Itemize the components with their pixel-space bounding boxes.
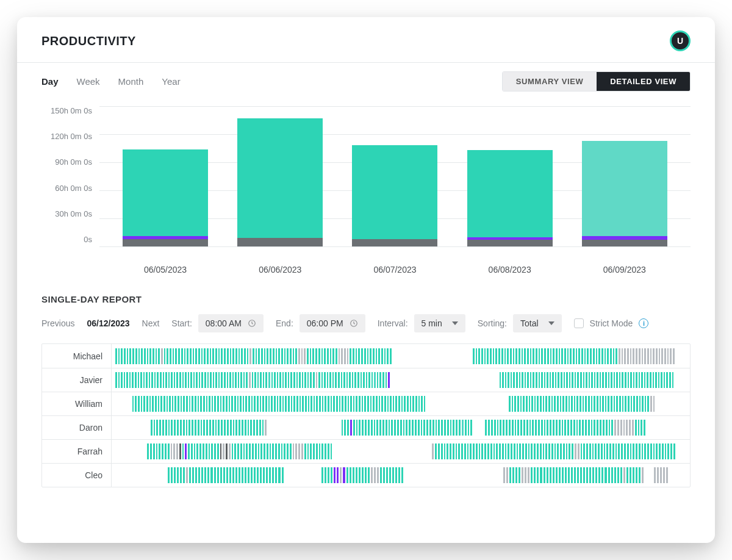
timeline-cell[interactable] — [509, 467, 511, 483]
timeline-cell[interactable] — [577, 372, 579, 388]
timeline-cell[interactable] — [345, 396, 346, 412]
timeline-cell[interactable] — [613, 348, 615, 364]
timeline-cell[interactable] — [276, 348, 278, 364]
timeline-cell[interactable] — [248, 467, 249, 483]
chart-bar[interactable] — [352, 145, 437, 246]
timeline-cell[interactable] — [157, 372, 159, 388]
timeline-cell[interactable] — [371, 372, 373, 388]
timeline-cell[interactable] — [227, 420, 229, 436]
timeline-cell[interactable] — [304, 443, 306, 459]
timeline-cell[interactable] — [135, 372, 137, 388]
timeline-cell[interactable] — [516, 372, 518, 388]
timeline-cell[interactable] — [594, 420, 595, 436]
timeline-cell[interactable] — [438, 420, 440, 436]
timeline-cell[interactable] — [493, 348, 495, 364]
timeline-cell[interactable] — [574, 396, 576, 412]
timeline-cell[interactable] — [500, 372, 501, 388]
timeline-cell[interactable] — [540, 396, 542, 412]
timeline-cell[interactable] — [129, 372, 131, 388]
timeline-cell[interactable] — [467, 443, 469, 459]
timeline-cell[interactable] — [401, 396, 403, 412]
timeline-cell[interactable] — [316, 443, 318, 459]
timeline-cell[interactable] — [195, 420, 196, 436]
timeline-cell[interactable] — [181, 396, 182, 412]
timeline-cell[interactable] — [325, 443, 326, 459]
timeline-cell[interactable] — [188, 420, 190, 436]
timeline-cell[interactable] — [522, 467, 523, 483]
timeline-cell[interactable] — [435, 443, 437, 459]
timeline-cell[interactable] — [528, 443, 530, 459]
timeline-cell[interactable] — [584, 348, 586, 364]
timeline-cell[interactable] — [165, 420, 167, 436]
timeline-cell[interactable] — [121, 372, 123, 388]
timeline-cell[interactable] — [395, 467, 397, 483]
timeline-cell[interactable] — [282, 372, 284, 388]
timeline-cell[interactable] — [533, 372, 534, 388]
timeline-cell[interactable] — [192, 467, 194, 483]
timeline-cell[interactable] — [557, 443, 559, 459]
timeline-cell[interactable] — [242, 420, 243, 436]
timeline-cell[interactable] — [598, 467, 600, 483]
timeline-cell[interactable] — [260, 396, 262, 412]
timeline-cell[interactable] — [560, 396, 562, 412]
timeline-cell[interactable] — [213, 372, 215, 388]
timeline-cell[interactable] — [642, 396, 644, 412]
timeline-cell[interactable] — [321, 467, 323, 483]
timeline-cell[interactable] — [251, 396, 253, 412]
timeline-cell[interactable] — [207, 348, 209, 364]
timeline-cell[interactable] — [607, 348, 609, 364]
timeline-cell[interactable] — [302, 372, 304, 388]
timeline-cell[interactable] — [609, 443, 611, 459]
timeline-cell[interactable] — [221, 372, 223, 388]
timeline-cell[interactable] — [465, 420, 467, 436]
timeline-cell[interactable] — [227, 348, 229, 364]
timeline-cell[interactable] — [174, 467, 176, 483]
timeline-cell[interactable] — [221, 420, 223, 436]
timeline-cell[interactable] — [270, 348, 271, 364]
timeline-cell[interactable] — [149, 372, 151, 388]
timeline-cell[interactable] — [243, 372, 245, 388]
timeline-cell[interactable] — [525, 443, 527, 459]
timeline-cell[interactable] — [146, 372, 148, 388]
timeline-cell[interactable] — [598, 348, 600, 364]
timeline-cell[interactable] — [348, 396, 350, 412]
timeline-cell[interactable] — [290, 348, 292, 364]
timeline-cell[interactable] — [193, 372, 195, 388]
timeline-cell[interactable] — [509, 396, 511, 412]
timeline-cell[interactable] — [650, 372, 651, 388]
timeline-cell[interactable] — [476, 348, 478, 364]
timeline-cell[interactable] — [247, 348, 249, 364]
timeline-cell[interactable] — [515, 348, 517, 364]
timeline-cell[interactable] — [232, 443, 234, 459]
timeline-cell[interactable] — [371, 420, 373, 436]
timeline-cell[interactable] — [154, 420, 156, 436]
timeline-cell[interactable] — [650, 443, 652, 459]
timeline-cell[interactable] — [517, 420, 519, 436]
timeline-cell[interactable] — [281, 348, 283, 364]
timeline-cell[interactable] — [577, 467, 579, 483]
timeline-cell[interactable] — [614, 396, 615, 412]
timeline-cell[interactable] — [576, 396, 578, 412]
timeline-cell[interactable] — [154, 372, 156, 388]
timeline-cell[interactable] — [165, 372, 167, 388]
timeline-cell[interactable] — [316, 372, 318, 388]
timeline-cell[interactable] — [656, 348, 658, 364]
timeline-cell[interactable] — [176, 443, 178, 459]
timeline-cell[interactable] — [514, 396, 516, 412]
timeline-cell[interactable] — [299, 372, 301, 388]
timeline-cell[interactable] — [192, 420, 193, 436]
timeline-cell[interactable] — [544, 372, 546, 388]
timeline-cell[interactable] — [368, 372, 370, 388]
timeline-cell[interactable] — [218, 420, 220, 436]
timeline-cell[interactable] — [537, 467, 539, 483]
timeline-cell[interactable] — [447, 420, 449, 436]
timeline-cell[interactable] — [132, 348, 134, 364]
timeline-cell[interactable] — [588, 420, 590, 436]
range-tab-week[interactable]: Week — [77, 76, 100, 87]
timeline-cell[interactable] — [553, 348, 554, 364]
timeline-cell[interactable] — [569, 396, 570, 412]
timeline-cell[interactable] — [386, 467, 388, 483]
timeline-cell[interactable] — [159, 443, 160, 459]
timeline-cell[interactable] — [658, 372, 660, 388]
timeline-cell[interactable] — [179, 372, 181, 388]
